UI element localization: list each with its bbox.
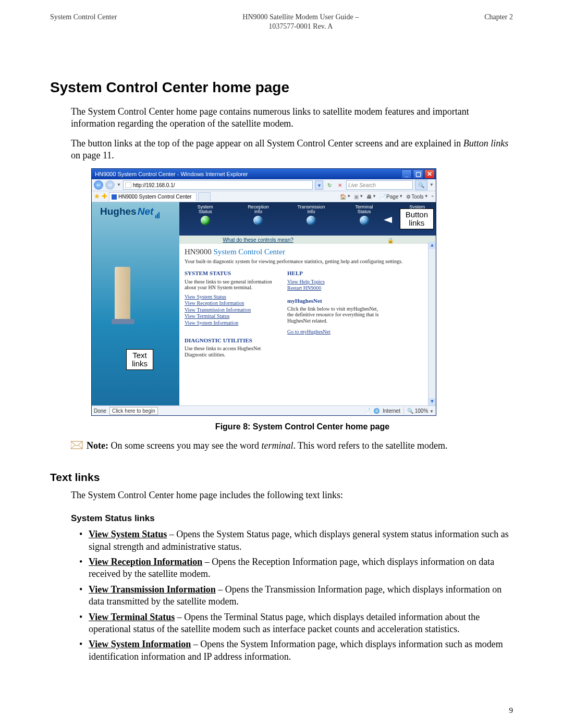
internet-zone-icon [374, 408, 380, 414]
hughesnet-logo: HughesNet [100, 205, 160, 218]
scc-subtitle: Your built-in diagnostic system for view… [185, 258, 431, 265]
status-button-label: SystemStatus [187, 204, 224, 215]
close-button[interactable]: ✕ [424, 169, 435, 179]
diagnostic-heading: DIAGNOSTIC UTILITIES [185, 337, 276, 344]
search-field[interactable]: Live Search [346, 180, 413, 190]
forward-button[interactable]: → [105, 180, 115, 190]
status-button-label: TerminalStatus [346, 204, 383, 215]
nav-history-dropdown[interactable]: ▼ [117, 182, 121, 188]
note: Note: On some screens you may see the wo… [71, 440, 513, 452]
scc-link[interactable]: View System Information [185, 320, 276, 327]
maximize-button[interactable]: ▢ [413, 169, 423, 179]
logo-hughes: Hughes [100, 205, 137, 218]
address-url: http://192.168.0.1/ [133, 182, 175, 189]
header-right: Chapter 2 [484, 13, 513, 31]
page-number: 9 [509, 706, 513, 716]
search-provider-dropdown[interactable]: ▼ [430, 182, 434, 188]
minimize-button[interactable]: _ [401, 169, 412, 179]
refresh-button[interactable]: ↻ [325, 181, 334, 189]
note-icon [71, 440, 83, 449]
status-orb-icon [307, 216, 316, 225]
browser-status-bar: Done Click here to begin 📄 Internet 🔍 10… [92, 405, 436, 415]
callout-button-links: Button links [400, 208, 434, 229]
callout-text-links: Text links [126, 349, 153, 370]
page-menu-label: Page [386, 193, 398, 200]
page-favicon-icon [125, 182, 131, 188]
figure-8: HN9000 System Control Center - Windows I… [92, 169, 513, 433]
status-orb-icon [253, 216, 263, 225]
status-button-transmission-info[interactable]: TransmissionInfo [292, 204, 330, 225]
content-scrollbar[interactable]: ▲ ▼ [428, 242, 436, 405]
main-panel: SystemStatusReceptionInfoTransmissionInf… [179, 202, 436, 405]
scc-link[interactable]: View Terminal Status [185, 313, 276, 320]
logo-bars-icon [155, 212, 160, 218]
list-link-name: View Reception Information [89, 557, 202, 567]
myhughesnet-heading: myHughesNet [287, 297, 381, 304]
list-link-name: View Transmission Information [89, 584, 216, 595]
add-favorites-icon[interactable]: ✚ [102, 192, 107, 201]
status-button-terminal-status[interactable]: TerminalStatus [346, 204, 383, 225]
address-dropdown[interactable]: ▾ [315, 180, 323, 190]
internet-zone-label: Internet [383, 408, 400, 414]
browser-nav-row: ← → ▼ http://192.168.0.1/ ▾ ↻ ✕ Live Sea… [92, 179, 436, 191]
scc-link[interactable]: View Help Topics [287, 279, 381, 286]
status-button-label: ReceptionInfo [240, 204, 277, 215]
button-strip: SystemStatusReceptionInfoTransmissionInf… [179, 202, 436, 236]
help-heading: HELP [287, 269, 381, 277]
browser-tab[interactable]: HN9000 System Control Center [109, 192, 197, 201]
window-title: HN9000 System Control Center - Windows I… [95, 170, 401, 178]
scroll-down-button[interactable]: ▼ [429, 398, 436, 405]
modem-illustration [112, 267, 137, 327]
home-button[interactable]: 🏠▼ [340, 193, 351, 200]
p2-b: on page 11. [71, 150, 114, 161]
zoom-control[interactable]: 🔍 100% ▼ [407, 408, 434, 414]
running-header: System Control Center HN9000 Satellite M… [50, 13, 513, 31]
scc-title-a: HN9000 [185, 248, 213, 256]
page-menu[interactable]: 📄 Page ▼ [380, 193, 403, 200]
stop-button[interactable]: ✕ [336, 181, 344, 189]
protected-mode-icon: 📄 [364, 408, 371, 414]
status-button-label: TransmissionInfo [292, 204, 330, 215]
note-text-b: . This word refers to the satellite mode… [293, 440, 447, 451]
status-button-system-status[interactable]: SystemStatus [187, 204, 224, 225]
header-left: System Control Center [50, 13, 117, 31]
note-text-i: terminal [261, 440, 293, 451]
browser-window: HN9000 System Control Center - Windows I… [92, 169, 436, 415]
p2-link-ref: Button links [463, 138, 509, 149]
list-link-name: View System Status [89, 529, 167, 539]
go-to-myhughesnet-link[interactable]: Go to myHughesNet [287, 329, 381, 336]
scroll-up-button[interactable]: ▲ [429, 242, 436, 249]
scc-link[interactable]: View System Status [185, 294, 276, 301]
tab-label: HN9000 System Control Center [118, 193, 192, 200]
status-button-reception-info[interactable]: ReceptionInfo [240, 204, 277, 225]
system-status-heading: SYSTEM STATUS [185, 269, 276, 277]
scc-link[interactable]: Restart HN9000 [287, 285, 381, 292]
text-links-intro: The System Control Center home page incl… [71, 489, 513, 501]
logo-net: Net [138, 205, 154, 218]
status-click-here[interactable]: Click here to begin [109, 407, 158, 415]
search-button[interactable]: 🔍 [415, 180, 427, 190]
new-tab-button[interactable] [198, 192, 211, 201]
toolbar-overflow[interactable]: » [432, 194, 434, 199]
zoom-value: 100% [415, 408, 429, 414]
scc-link[interactable]: View Transmission Information [185, 307, 276, 314]
what-controls-link[interactable]: What do these controls mean? [223, 237, 293, 243]
scc-title: HN9000 System Control Center [185, 247, 431, 257]
page-content: HughesNet Text links SystemStatusRecepti… [92, 202, 436, 405]
back-button[interactable]: ← [94, 180, 103, 190]
p2-a: The button links at the top of the page … [71, 138, 463, 149]
scc-link[interactable]: View Reception Information [185, 300, 276, 307]
favorites-star-icon[interactable]: ★ [94, 192, 100, 201]
header-center: HN9000 Satellite Modem User Guide – 1037… [242, 13, 359, 31]
note-text-a: On some screens you may see the word [108, 440, 261, 451]
browser-tab-row: ★ ✚ HN9000 System Control Center 🏠▼ ▣▼ 🖶… [92, 191, 436, 202]
header-doc-rev: 1037577-0001 Rev. A [242, 22, 359, 31]
text-links-heading: Text links [50, 470, 513, 484]
print-button[interactable]: 🖶▼ [366, 193, 376, 200]
tools-menu[interactable]: ⚙ Tools ▼ [406, 193, 428, 200]
address-bar[interactable]: http://192.168.0.1/ [123, 180, 313, 190]
feeds-button[interactable]: ▣▼ [354, 193, 363, 200]
status-done: Done [94, 408, 106, 414]
diagnostic-desc: Use these links to access HughesNet Diag… [185, 346, 276, 357]
list-link-name: View System Information [89, 639, 191, 649]
